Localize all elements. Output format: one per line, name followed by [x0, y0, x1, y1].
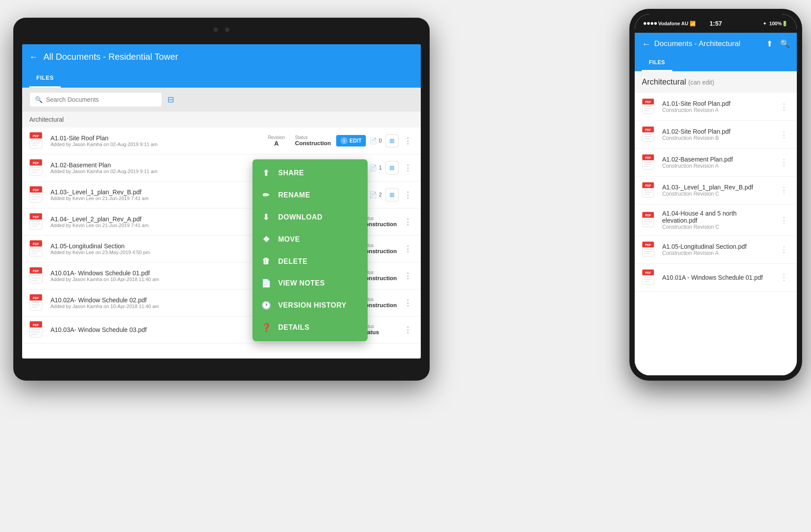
- carrier-label: Vodafone AU: [658, 21, 688, 26]
- menu-item-move[interactable]: ❖ MOVE: [252, 228, 368, 251]
- pdf-icon: PDF: [29, 213, 45, 231]
- phone-back-button[interactable]: ←: [642, 39, 651, 49]
- svg-text:PDF: PDF: [645, 271, 651, 274]
- phone-file-info: A1.04-House 4 and 5 north elevation.pdf …: [662, 210, 773, 230]
- file-actions: ⋮: [402, 296, 414, 309]
- svg-text:PDF: PDF: [645, 128, 651, 131]
- file-count-badge: 📄 1: [369, 164, 382, 171]
- phone-file-name: A1.03-_Level_1_plan_Rev_B.pdf: [662, 184, 773, 191]
- section-header: Architectural: [22, 112, 421, 127]
- menu-item-rename[interactable]: ✏ RENAME: [252, 184, 368, 206]
- phone-more-button[interactable]: ⋮: [778, 184, 790, 197]
- more-button[interactable]: ⋮: [402, 188, 414, 201]
- phone-section-header: Architectural (can edit): [635, 71, 797, 93]
- more-button[interactable]: ⋮: [402, 161, 414, 174]
- menu-label: VERSION HISTORY: [278, 301, 346, 309]
- phone-file-info: A1.02-Site Roof Plan.pdf Construction Re…: [662, 128, 773, 141]
- filter-icon[interactable]: ⊟: [167, 95, 174, 104]
- tablet-tab-files[interactable]: FILES: [29, 69, 61, 88]
- file-info: A1.02-Basement Plan Added by Jason Kamha…: [50, 162, 258, 174]
- file-status: Status Construction: [295, 135, 331, 146]
- svg-text:PDF: PDF: [645, 156, 651, 159]
- file-actions: ⋮: [402, 269, 414, 282]
- menu-item-download[interactable]: ⬇ DOWNLOAD: [252, 206, 368, 228]
- phone-file-name: A10.01A - Windows Schedule 01.pdf: [662, 274, 773, 281]
- view-icon-button[interactable]: ⊞: [385, 188, 399, 201]
- more-button[interactable]: ⋮: [402, 215, 414, 228]
- svg-text:PDF: PDF: [33, 189, 39, 192]
- menu-item-details[interactable]: ❓ DETAILS: [252, 316, 368, 339]
- more-button[interactable]: ⋮: [402, 242, 414, 255]
- svg-text:PDF: PDF: [33, 270, 39, 273]
- list-item[interactable]: PDF A1.01-Site Roof Plan.pdf Constructio…: [635, 93, 797, 121]
- phone-section-name: Architectural: [642, 77, 686, 86]
- phone-device: Vodafone AU 📶 1:57 ✦ 100% 🔋 ← Documents …: [629, 9, 802, 381]
- pdf-icon: PDF: [642, 241, 657, 258]
- menu-item-view_notes[interactable]: 📄 VIEW NOTES: [252, 272, 368, 294]
- phone-file-name: A1.01-Site Roof Plan.pdf: [662, 100, 773, 107]
- phone-search-icon[interactable]: 🔍: [780, 39, 790, 49]
- phone-carrier: Vodafone AU 📶: [644, 21, 696, 27]
- menu-item-delete[interactable]: 🗑 DELETE: [252, 251, 368, 272]
- menu-label: DETAILS: [278, 324, 310, 332]
- list-item[interactable]: PDF A1.05-Longitudinal Section.pdf Const…: [635, 236, 797, 264]
- status-label: Status: [295, 135, 307, 140]
- file-meta: Added by Jason Kamha on 02-Aug-2019 9:11…: [50, 169, 258, 174]
- tablet-back-button[interactable]: ←: [29, 52, 38, 62]
- search-input[interactable]: [46, 96, 156, 103]
- menu-item-version_history[interactable]: 🕐 VERSION HISTORY: [252, 294, 368, 316]
- list-item[interactable]: PDF A1.02-Site Roof Plan.pdf Constructio…: [635, 121, 797, 149]
- phone-tab-files[interactable]: FILES: [642, 55, 672, 71]
- svg-text:PDF: PDF: [645, 184, 651, 187]
- tablet-camera-right: [225, 27, 229, 32]
- more-button[interactable]: ⋮: [402, 323, 414, 336]
- more-button[interactable]: ⋮: [402, 296, 414, 309]
- more-button[interactable]: ⋮: [402, 269, 414, 282]
- phone-more-button[interactable]: ⋮: [778, 156, 790, 169]
- file-count: 2: [379, 192, 382, 198]
- phone-more-button[interactable]: ⋮: [778, 271, 790, 284]
- tablet-tabs: FILES: [22, 69, 421, 88]
- phone-file-name: A1.05-Longitudinal Section.pdf: [662, 243, 773, 250]
- delete-icon: 🗑: [261, 257, 271, 266]
- phone-battery-area: ✦ 100% 🔋: [763, 21, 788, 27]
- battery-indicator: 100% 🔋: [769, 21, 788, 27]
- tablet-camera-left: [213, 27, 218, 32]
- file-meta: Added by Kevin Lee on 21-Jun-2019 7:41 a…: [50, 196, 258, 201]
- bluetooth-icon: ✦: [763, 21, 767, 27]
- status-value: Construction: [295, 140, 331, 146]
- phone-more-button[interactable]: ⋮: [778, 243, 790, 256]
- pdf-icon: PDF: [29, 267, 45, 285]
- pdf-icon: PDF: [642, 212, 657, 228]
- phone-more-button[interactable]: ⋮: [778, 213, 790, 227]
- list-item[interactable]: PDF A10.01A - Windows Schedule 01.pdf ⋮: [635, 264, 797, 292]
- search-box: 🔍: [29, 92, 162, 107]
- phone-more-button[interactable]: ⋮: [778, 128, 790, 141]
- file-actions: ⋮: [402, 323, 414, 336]
- file-name: A1.02-Basement Plan: [50, 162, 258, 169]
- pdf-icon: PDF: [642, 98, 657, 115]
- more-button[interactable]: ⋮: [402, 134, 414, 147]
- pdf-icon: PDF: [29, 294, 45, 312]
- tablet-search-bar: 🔍 ⊟: [22, 88, 421, 112]
- menu-item-share[interactable]: ⬆ SHARE: [252, 162, 368, 184]
- download-icon: ⬇: [261, 212, 271, 222]
- view-icon-button[interactable]: ⊞: [385, 161, 399, 174]
- list-item[interactable]: PDF A1.03-_Level_1_plan_Rev_B.pdf Constr…: [635, 177, 797, 204]
- edit-button[interactable]: i EDIT: [336, 135, 366, 146]
- tablet-cameras: [213, 27, 229, 32]
- context-menu: ⬆ SHARE ✏ RENAME ⬇ DOWNLOAD ❖ MOVE 🗑 DEL…: [252, 159, 368, 341]
- info-icon: i: [341, 137, 348, 144]
- view-icon-button[interactable]: ⊞: [385, 134, 399, 147]
- phone-more-button[interactable]: ⋮: [778, 100, 790, 113]
- phone-share-icon[interactable]: ⬆: [766, 39, 773, 49]
- table-row: PDF A1.01-Site Roof Plan Added by Jason …: [22, 127, 421, 154]
- svg-text:PDF: PDF: [645, 243, 651, 247]
- file-actions: ⋮: [402, 242, 414, 255]
- menu-label: DOWNLOAD: [278, 213, 322, 221]
- phone-tabs: FILES: [635, 55, 797, 71]
- phone-file-sub: Construction Revision C: [662, 191, 773, 197]
- list-item[interactable]: PDF A1.04-House 4 and 5 north elevation.…: [635, 204, 797, 236]
- menu-label: DELETE: [278, 258, 307, 266]
- list-item[interactable]: PDF A1.02-Basement Plan.pdf Construction…: [635, 149, 797, 177]
